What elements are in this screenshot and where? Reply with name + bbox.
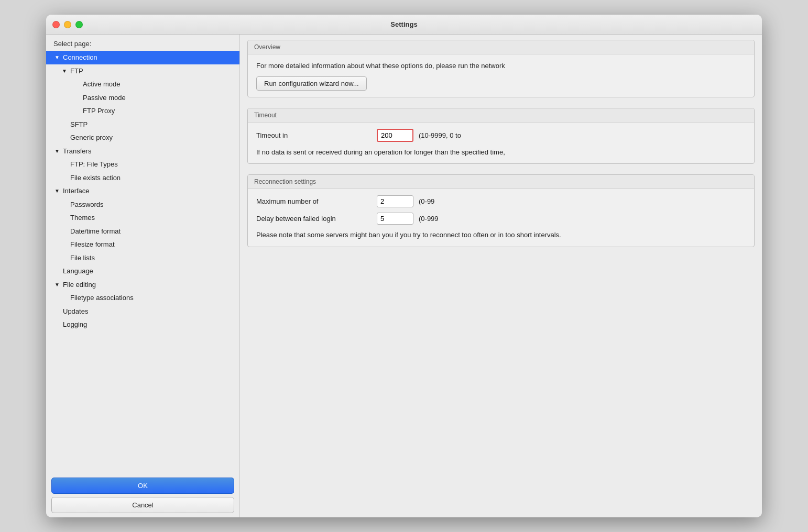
sidebar-item-passwords[interactable]: Passwords xyxy=(46,198,239,212)
wizard-button[interactable]: Run configuration wizard now... xyxy=(256,76,367,91)
arrow-icon: ▼ xyxy=(53,281,61,289)
main-panel: Overview For more detailed information a… xyxy=(240,35,762,517)
sidebar-item-ftp-proxy[interactable]: FTP Proxy xyxy=(46,104,239,118)
sidebar-item-interface[interactable]: ▼Interface xyxy=(46,184,239,198)
sidebar-item-generic-proxy[interactable]: Generic proxy xyxy=(46,131,239,145)
sidebar-item-label: Language xyxy=(63,266,93,276)
overview-description: For more detailed information about what… xyxy=(256,61,746,71)
sidebar-item-filesize-format[interactable]: Filesize format xyxy=(46,238,239,251)
sidebar-item-active-mode[interactable]: Active mode xyxy=(46,77,239,91)
sidebar-item-label: Generic proxy xyxy=(70,132,113,143)
sidebar-item-label: FTP: File Types xyxy=(70,159,118,170)
timeout-header: Timeout xyxy=(248,108,754,123)
reconnection-header: Reconnection settings xyxy=(248,175,754,189)
close-button[interactable] xyxy=(52,21,60,28)
timeout-label: Timeout in xyxy=(256,131,372,139)
sidebar-item-language[interactable]: Language xyxy=(46,264,239,278)
overview-section: Overview For more detailed information a… xyxy=(247,40,755,97)
overview-body: For more detailed information about what… xyxy=(248,54,754,97)
sidebar-item-ftp-file-types[interactable]: FTP: File Types xyxy=(46,158,239,171)
ok-button[interactable]: OK xyxy=(51,478,234,494)
timeout-row: Timeout in (10-9999, 0 to xyxy=(256,129,746,142)
sidebar-item-filetype-associations[interactable]: Filetype associations xyxy=(46,291,239,305)
sidebar-item-label: Connection xyxy=(63,52,97,63)
cancel-button[interactable]: Cancel xyxy=(51,497,234,513)
sidebar-item-label: Filesize format xyxy=(70,239,115,250)
sidebar-item-passive-mode[interactable]: Passive mode xyxy=(46,91,239,105)
sidebar-item-transfers[interactable]: ▼Transfers xyxy=(46,145,239,158)
timeout-body: Timeout in (10-9999, 0 to If no data is … xyxy=(248,123,754,164)
sidebar-tree[interactable]: ▼Connection▼FTPActive modePassive modeFT… xyxy=(46,51,239,473)
maximize-button[interactable] xyxy=(75,21,83,28)
sidebar-item-label: File lists xyxy=(70,253,95,263)
sidebar-item-datetime-format[interactable]: Date/time format xyxy=(46,225,239,238)
sidebar-item-connection[interactable]: ▼Connection xyxy=(46,51,239,64)
minimize-button[interactable] xyxy=(64,21,71,28)
sidebar-item-logging[interactable]: Logging xyxy=(46,318,239,331)
sidebar-item-label: Themes xyxy=(70,213,95,223)
arrow-icon: ▼ xyxy=(53,187,61,195)
timeout-hint: (10-9999, 0 to xyxy=(419,131,461,139)
max-reconnect-row: Maximum number of (0-99 xyxy=(256,195,746,207)
delay-label: Delay between failed login xyxy=(256,215,372,223)
reconnection-body: Maximum number of (0-99 Delay between fa… xyxy=(248,189,754,247)
arrow-icon: ▼ xyxy=(53,53,61,61)
sidebar-item-updates[interactable]: Updates xyxy=(46,305,239,318)
sidebar-item-label: FTP xyxy=(70,66,83,76)
sidebar-item-label: Passive mode xyxy=(83,93,126,103)
arrow-icon: ▼ xyxy=(61,67,68,75)
sidebar-item-label: Logging xyxy=(63,319,87,330)
window-title: Settings xyxy=(390,20,417,28)
sidebar-item-file-exists-action[interactable]: File exists action xyxy=(46,171,239,185)
timeout-note: If no data is sent or received during an… xyxy=(256,147,746,158)
timeout-section: Timeout Timeout in (10-9999, 0 to If no … xyxy=(247,108,755,164)
sidebar-item-label: FTP Proxy xyxy=(83,106,115,116)
sidebar-label: Select page: xyxy=(46,35,239,51)
delay-input[interactable] xyxy=(377,213,413,225)
sidebar-item-file-lists[interactable]: File lists xyxy=(46,251,239,265)
reconnection-note: Please note that some servers might ban … xyxy=(256,230,746,240)
sidebar: Select page: ▼Connection▼FTPActive modeP… xyxy=(46,35,240,517)
sidebar-item-label: Updates xyxy=(63,306,88,317)
sidebar-item-file-editing[interactable]: ▼File editing xyxy=(46,278,239,292)
max-reconnect-label: Maximum number of xyxy=(256,197,372,205)
sidebar-item-sftp[interactable]: SFTP xyxy=(46,118,239,131)
sidebar-item-label: Date/time format xyxy=(70,226,121,237)
delay-row: Delay between failed login (0-999 xyxy=(256,213,746,225)
max-reconnect-input[interactable] xyxy=(377,195,413,207)
sidebar-item-label: Transfers xyxy=(63,146,91,157)
timeout-input[interactable] xyxy=(377,129,413,142)
sidebar-item-label: Active mode xyxy=(83,79,121,90)
sidebar-item-themes[interactable]: Themes xyxy=(46,211,239,225)
reconnection-section: Reconnection settings Maximum number of … xyxy=(247,174,755,247)
sidebar-item-label: SFTP xyxy=(70,119,88,130)
sidebar-item-label: File editing xyxy=(63,280,96,290)
sidebar-buttons: OK Cancel xyxy=(46,473,239,517)
content-area: Select page: ▼Connection▼FTPActive modeP… xyxy=(46,35,762,517)
settings-window: Settings Select page: ▼Connection▼FTPAct… xyxy=(46,15,762,517)
sidebar-item-label: File exists action xyxy=(70,173,121,183)
traffic-lights xyxy=(52,21,83,28)
titlebar: Settings xyxy=(46,15,762,35)
arrow-icon: ▼ xyxy=(53,147,61,155)
sidebar-item-ftp[interactable]: ▼FTP xyxy=(46,64,239,78)
sidebar-item-label: Filetype associations xyxy=(70,293,134,303)
delay-hint: (0-999 xyxy=(419,215,439,223)
sidebar-item-label: Passwords xyxy=(70,199,104,210)
max-reconnect-hint: (0-99 xyxy=(419,197,434,205)
overview-header: Overview xyxy=(248,40,754,54)
sidebar-item-label: Interface xyxy=(63,186,90,196)
